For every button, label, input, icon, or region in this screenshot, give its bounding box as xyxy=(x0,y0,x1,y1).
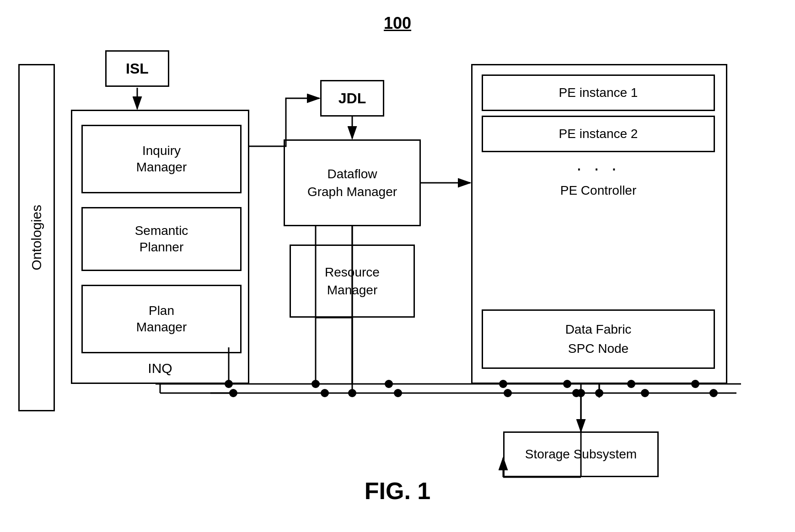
pe-instance-1-box: PE instance 1 xyxy=(482,74,715,111)
pe-controller-label: PE Controller xyxy=(482,183,715,198)
jdl-box: JDL xyxy=(320,80,384,117)
ontologies-box: Ontologies xyxy=(18,64,55,411)
resource-manager-label: ResourceManager xyxy=(325,263,380,299)
svg-point-31 xyxy=(229,389,237,397)
inq-label: INQ xyxy=(148,361,172,376)
pe-instance-2-box: PE instance 2 xyxy=(482,116,715,152)
inquiry-manager-box: InquiryManager xyxy=(81,125,242,193)
svg-point-34 xyxy=(504,389,512,397)
svg-point-46 xyxy=(577,389,585,397)
pe-instance-1-label: PE instance 1 xyxy=(559,85,638,100)
svg-point-36 xyxy=(641,389,649,397)
ontologies-label: Ontologies xyxy=(29,205,44,270)
inq-box: InquiryManager SemanticPlanner PlanManag… xyxy=(71,110,249,384)
svg-point-41 xyxy=(348,389,356,397)
svg-point-13 xyxy=(312,380,320,388)
svg-point-37 xyxy=(709,389,718,397)
isl-label: ISL xyxy=(126,60,149,77)
diagram-container: 100 Ontologies ISL InquiryManager Semant… xyxy=(0,0,795,532)
svg-point-14 xyxy=(385,380,393,388)
plan-manager-label: PlanManager xyxy=(136,303,187,336)
svg-point-44 xyxy=(595,389,603,397)
svg-point-35 xyxy=(572,389,580,397)
jdl-label: JDL xyxy=(338,90,366,107)
resource-manager-box: ResourceManager xyxy=(290,245,415,318)
storage-subsystem-box: Storage Subsystem xyxy=(503,431,659,477)
dataflow-graph-manager-box: DataflowGraph Manager xyxy=(284,139,421,226)
svg-point-32 xyxy=(321,389,329,397)
semantic-planner-box: SemanticPlanner xyxy=(81,207,242,271)
data-fabric-label: Data FabricSPC Node xyxy=(565,320,632,358)
svg-point-33 xyxy=(394,389,402,397)
dataflow-graph-manager-label: DataflowGraph Manager xyxy=(307,165,397,201)
figure-label: FIG. 1 xyxy=(365,477,430,505)
isl-box: ISL xyxy=(105,50,169,87)
semantic-planner-label: SemanticPlanner xyxy=(135,223,188,256)
inquiry-manager-label: InquiryManager xyxy=(136,143,187,176)
pe-instance-2-label: PE instance 2 xyxy=(559,127,638,141)
pe-dots: · · · xyxy=(482,157,715,180)
figure-number: 100 xyxy=(384,14,411,33)
data-fabric-box: Data FabricSPC Node xyxy=(482,309,715,369)
plan-manager-box: PlanManager xyxy=(81,285,242,353)
spc-node-box: PE instance 1 PE instance 2 · · · PE Con… xyxy=(471,64,727,384)
storage-subsystem-label: Storage Subsystem xyxy=(525,447,637,462)
